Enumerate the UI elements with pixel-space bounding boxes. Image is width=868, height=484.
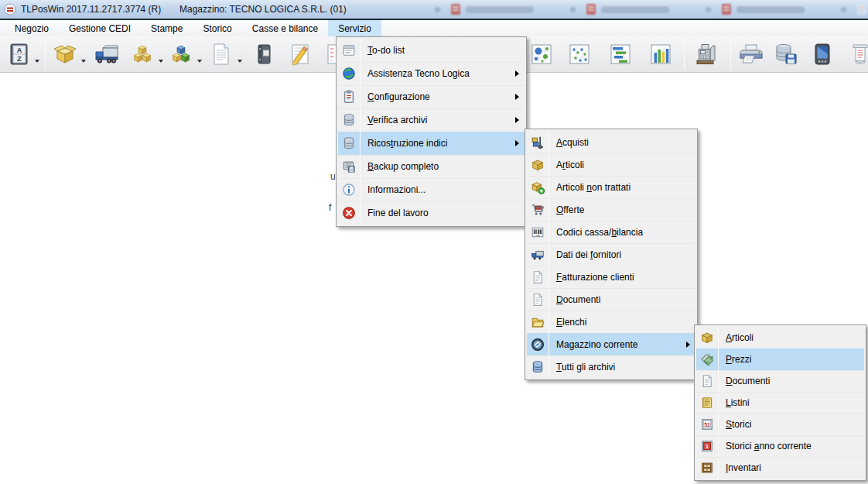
- menu-item-inventari[interactable]: Inventari: [696, 457, 864, 479]
- configuration-icon: [338, 90, 360, 104]
- menu-item-prezzi[interactable]: Prezzi: [696, 348, 864, 370]
- menu-item-label: Magazzino corrente: [556, 339, 637, 350]
- toolbar-separator: [684, 39, 685, 70]
- menu-item-label: To-do list: [367, 45, 405, 56]
- dropdown-arrow-icon[interactable]: [35, 60, 39, 63]
- menu-item-articoli[interactable]: Articoli: [696, 327, 864, 348]
- box-icon: [527, 158, 548, 172]
- app-icon: [4, 3, 16, 15]
- menu-item-label: Fatturazione clienti: [556, 272, 634, 283]
- toolbar-colored-cubes-button[interactable]: [169, 42, 195, 68]
- menu-item-label: Articoli: [556, 160, 584, 170]
- dropdown-arrow-icon[interactable]: [159, 60, 163, 63]
- menu-item-documenti[interactable]: Documenti: [696, 370, 864, 392]
- menu-item-magazzino-corrente[interactable]: Magazzino corrente: [527, 333, 695, 355]
- ricostruzione-indici-submenu: AcquistiArticoliArticoli non trattatiOff…: [525, 129, 698, 380]
- menubar-item-stampe[interactable]: Stampe: [141, 20, 193, 36]
- menu-item-storici-anno-corrente[interactable]: 1Storici anno corrente: [696, 435, 864, 457]
- toolbar-open-box-button[interactable]: [53, 42, 79, 68]
- menu-item-to-do-list[interactable]: To-do list: [338, 39, 525, 62]
- info-icon: [338, 183, 360, 197]
- toolbar-yellow-cubes-button[interactable]: [130, 42, 156, 68]
- database-save-icon: [774, 42, 800, 67]
- price-tags-icon: [696, 352, 718, 366]
- toolbar-separator: [45, 39, 46, 70]
- database-icon: [338, 113, 360, 127]
- toolbar-database-save-button[interactable]: [774, 42, 800, 68]
- folder-icon: [527, 315, 548, 329]
- menu-item-label: Elenchi: [556, 317, 586, 328]
- shopping-cart-icon: [527, 203, 548, 217]
- menu-item-offerte[interactable]: Offerte: [527, 198, 695, 221]
- ghost-close-icon: [435, 7, 440, 12]
- menu-item-ricostruzione-indici[interactable]: Ricostruzione indici: [338, 132, 525, 155]
- binder-icon: [251, 42, 278, 67]
- toolbar-bar-chart-button[interactable]: [648, 42, 675, 68]
- menu-item-informazioni[interactable]: Informazioni...: [338, 178, 525, 201]
- menu-item-documenti[interactable]: Documenti: [527, 288, 695, 311]
- ghost-tab: [435, 4, 570, 15]
- menu-item-dati-dei-fornitori[interactable]: Dati dei fornitori: [527, 243, 695, 266]
- dropdown-arrow-icon[interactable]: [238, 60, 242, 63]
- toolbar-cash-register-button[interactable]: [692, 42, 719, 68]
- notepad-pencil-icon: [288, 42, 314, 67]
- menubar-item-servizio[interactable]: Servizio: [328, 20, 381, 36]
- menu-item-articoli[interactable]: Articoli: [527, 153, 695, 176]
- toolbar-pda-button[interactable]: [810, 42, 836, 68]
- document-icon: [696, 374, 718, 388]
- toolbar-paper-roll-button[interactable]: [848, 42, 868, 68]
- toolbar-scatter-chart-button[interactable]: [567, 42, 593, 68]
- hand-truck-icon: [527, 136, 548, 149]
- dropdown-arrow-icon[interactable]: [197, 60, 202, 63]
- todo-list-icon: [338, 43, 360, 57]
- menu-item-label: Storici: [726, 419, 751, 430]
- menu-item-tutti-gli-archivi[interactable]: Tutti gli archivi: [527, 355, 695, 378]
- menu-item-label: Listini: [726, 397, 750, 408]
- menu-item-label: Documenti: [556, 294, 600, 305]
- menubar-item-negozio[interactable]: Negozio: [5, 20, 59, 36]
- menubar-item-gestione-cedi[interactable]: Gestione CEDI: [59, 20, 141, 36]
- menu-item-label: Tutti gli archivi: [556, 362, 615, 372]
- toolbar-bubble-chart-button[interactable]: [529, 42, 555, 68]
- dropdown-arrow-icon[interactable]: [81, 60, 86, 63]
- menu-item-configurazione[interactable]: Configurazione: [338, 85, 525, 108]
- menu-item-fatturazione-clienti[interactable]: Fatturazione clienti: [527, 266, 695, 288]
- menu-item-backup-completo[interactable]: Backup completo: [338, 155, 525, 178]
- toolbar-notepad-pencil-button[interactable]: [288, 42, 314, 68]
- toolbar-document-page-button[interactable]: [209, 42, 235, 68]
- menubar-item-storico[interactable]: Storico: [193, 20, 241, 36]
- menu-item-codici-cassa-bilancia[interactable]: sqlCodici cassa/bilancia: [527, 221, 695, 243]
- menu-item-acquisti[interactable]: Acquisti: [527, 131, 695, 153]
- ghost-tab: [706, 4, 841, 15]
- exit-icon: [338, 206, 360, 220]
- submenu-arrow-icon: [515, 94, 519, 100]
- toolbar-delivery-truck-button[interactable]: [94, 42, 121, 68]
- menu-icon-gutter: [548, 131, 549, 378]
- menu-item-label: Configurazione: [367, 91, 430, 102]
- menu-item-fine-del-lavoro[interactable]: Fine del lavoro: [338, 201, 525, 225]
- menu-item-listini[interactable]: Listini: [696, 392, 864, 414]
- ghost-tab: [841, 4, 868, 15]
- menu-item-storici[interactable]: 52Storici: [696, 414, 864, 435]
- colored-cubes-icon: [169, 42, 195, 67]
- menubar-item-casse-e-bilance[interactable]: Casse e bilance: [242, 20, 328, 36]
- sync-icon: [527, 338, 548, 352]
- svg-text:sql: sql: [536, 233, 540, 236]
- svg-text:A: A: [17, 46, 22, 54]
- delivery-truck-icon: [94, 42, 121, 67]
- gantt-chart-icon: [608, 42, 634, 67]
- menu-item-articoli-non-trattati[interactable]: Articoli non trattati: [527, 176, 695, 198]
- toolbar-binder-button[interactable]: [251, 42, 278, 68]
- submenu-arrow-icon: [515, 70, 519, 77]
- toolbar-separator: [730, 39, 731, 70]
- menu-item-elenchi[interactable]: Elenchi: [527, 311, 695, 333]
- toolbar-address-book-button[interactable]: AZ: [6, 42, 32, 68]
- calendar-52-icon: 52: [696, 417, 718, 431]
- menu-item-verifica-archivi[interactable]: Verifica archivi: [338, 108, 525, 132]
- ghost-pdf-icon: [586, 4, 596, 15]
- toolbar-printer-button[interactable]: [739, 42, 765, 68]
- bubble-chart-icon: [529, 42, 555, 67]
- toolbar-gantt-chart-button[interactable]: [608, 42, 634, 68]
- ghost-close-icon: [841, 7, 846, 12]
- menu-item-assistenza-tecno-logica[interactable]: Assistenza Tecno Logica: [338, 62, 525, 85]
